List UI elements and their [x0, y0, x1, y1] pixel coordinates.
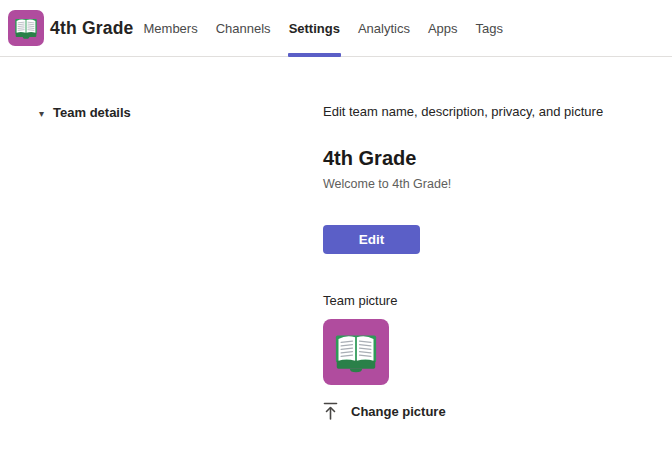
team-name-heading: 4th Grade: [323, 146, 663, 170]
upload-icon: [323, 402, 338, 421]
open-book-icon: [11, 13, 41, 43]
change-picture-button[interactable]: Change picture: [323, 402, 446, 421]
section-description: Edit team name, description, privacy, an…: [323, 104, 663, 120]
open-book-icon: [328, 324, 384, 380]
team-header: 4th Grade Members Channels Settings Anal…: [0, 0, 672, 57]
team-avatar: [8, 10, 44, 46]
tab-analytics[interactable]: Analytics: [349, 0, 419, 56]
team-details-panel: Edit team name, description, privacy, an…: [323, 104, 663, 421]
team-picture: [323, 319, 389, 385]
team-tabs: Members Channels Settings Analytics Apps…: [135, 0, 513, 56]
edit-button[interactable]: Edit: [323, 225, 420, 254]
tab-channels[interactable]: Channels: [207, 0, 280, 56]
team-details-toggle[interactable]: ▾ Team details: [39, 105, 131, 120]
tab-settings[interactable]: Settings: [280, 0, 349, 56]
caret-down-icon: ▾: [39, 109, 44, 119]
team-picture-label: Team picture: [323, 293, 663, 309]
tab-apps[interactable]: Apps: [419, 0, 467, 56]
tab-members[interactable]: Members: [135, 0, 207, 56]
page-title: 4th Grade: [50, 18, 134, 39]
change-picture-label: Change picture: [351, 404, 446, 419]
team-description-text: Welcome to 4th Grade!: [323, 177, 663, 192]
tab-tags[interactable]: Tags: [467, 0, 512, 56]
team-details-label: Team details: [53, 105, 131, 120]
